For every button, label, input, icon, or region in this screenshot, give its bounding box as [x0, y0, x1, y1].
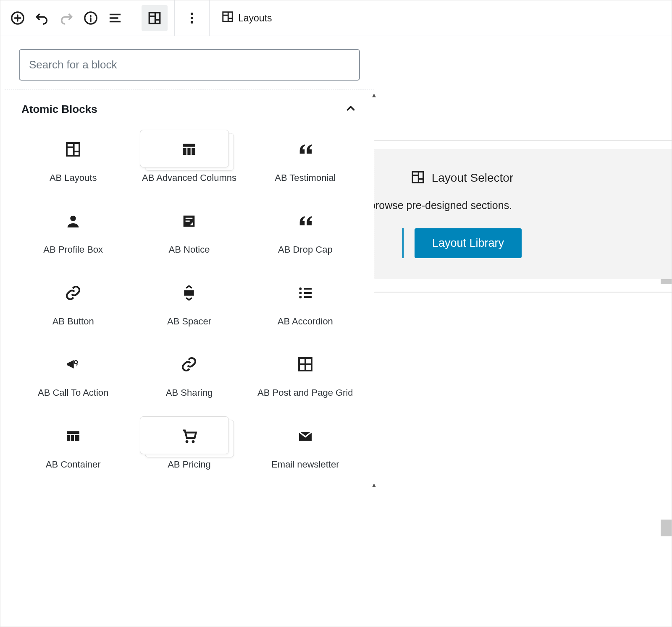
editor-toolbar: Layouts: [0, 0, 672, 36]
block-label: AB Container: [46, 458, 101, 471]
block-item[interactable]: AB Container: [17, 413, 129, 475]
block-label: AB Button: [52, 315, 94, 328]
notice-icon: [174, 206, 204, 236]
block-label: AB Pricing: [168, 458, 211, 471]
block-grid: AB LayoutsAB Advanced ColumnsAB Testimon…: [5, 122, 374, 491]
toolbar-divider: [174, 0, 175, 36]
chevron-up-icon: [344, 102, 357, 116]
block-label: Email newsletter: [271, 458, 339, 471]
layout-selector-title: Layout Selector: [432, 171, 514, 185]
block-item[interactable]: AB Post and Page Grid: [249, 341, 361, 403]
layouts-menu-button[interactable]: Layouts: [216, 10, 277, 26]
scroll-indicator-icon: ▴: [372, 480, 376, 489]
outline-button[interactable]: [105, 8, 126, 29]
block-item[interactable]: AB Accordion: [249, 270, 361, 332]
toolbar-divider: [209, 0, 210, 36]
block-label: AB Accordion: [278, 315, 333, 328]
block-label: AB Layouts: [50, 172, 97, 185]
block-item[interactable]: AB Testimonial: [249, 126, 361, 188]
layouts-icon: [221, 10, 234, 26]
layouts-icon: [58, 135, 88, 164]
add-block-button[interactable]: [7, 8, 28, 29]
panel-toggle[interactable]: Atomic Blocks: [5, 89, 374, 122]
block-item[interactable]: AB Drop Cap: [249, 198, 361, 260]
layouts-label: Layouts: [238, 13, 272, 24]
more-options-button[interactable]: [181, 8, 202, 29]
block-label: AB Call To Action: [38, 387, 108, 400]
block-label: AB Post and Page Grid: [257, 387, 353, 400]
block-label: AB Drop Cap: [278, 243, 333, 256]
spacer-icon: [174, 278, 204, 308]
block-inserter-popover: ▴ Atomic Blocks AB LayoutsAB Advanced Co…: [5, 42, 374, 491]
block-label: AB Sharing: [166, 387, 213, 400]
block-item[interactable]: AB Button: [17, 270, 129, 332]
block-label: AB Spacer: [167, 315, 211, 328]
panel-title: Atomic Blocks: [21, 103, 97, 116]
block-item[interactable]: AB Sharing: [133, 341, 245, 403]
block-category-panel: ▴ Atomic Blocks AB LayoutsAB Advanced Co…: [5, 89, 374, 491]
link-icon: [58, 278, 88, 308]
layout-library-button[interactable]: Layout Library: [415, 228, 522, 258]
mail-icon: [291, 421, 320, 451]
block-item[interactable]: AB Notice: [133, 198, 245, 260]
person-icon: [58, 206, 88, 236]
layouts-toolbar-button[interactable]: [142, 5, 168, 31]
scroll-indicator-icon: ▴: [372, 90, 376, 99]
container-icon: [58, 421, 88, 451]
block-item[interactable]: AB Profile Box: [17, 198, 129, 260]
megaphone-icon: [58, 350, 88, 379]
search-input[interactable]: [19, 49, 360, 81]
info-button[interactable]: [80, 8, 101, 29]
redo-button[interactable]: [56, 8, 77, 29]
cart-icon: [174, 421, 204, 451]
block-item[interactable]: AB Spacer: [133, 270, 245, 332]
block-label: AB Advanced Columns: [142, 172, 236, 185]
link-icon: [174, 350, 204, 379]
block-item[interactable]: AB Call To Action: [17, 341, 129, 403]
block-label: AB Testimonial: [275, 172, 336, 185]
block-item[interactable]: Email newsletter: [249, 413, 361, 475]
columns-icon: [174, 135, 204, 164]
quote-icon: [291, 206, 320, 236]
grid-icon: [291, 350, 320, 379]
block-label: AB Profile Box: [43, 243, 103, 256]
undo-button[interactable]: [32, 8, 52, 29]
block-item[interactable]: AB Layouts: [17, 126, 129, 188]
block-item[interactable]: AB Pricing: [133, 413, 245, 475]
block-label: AB Notice: [169, 243, 210, 256]
quote-icon: [291, 135, 320, 164]
block-item[interactable]: AB Advanced Columns: [133, 126, 245, 188]
selected-block-indicator: Layout Library: [402, 228, 522, 258]
list-icon: [291, 278, 320, 308]
layouts-icon: [411, 170, 425, 186]
